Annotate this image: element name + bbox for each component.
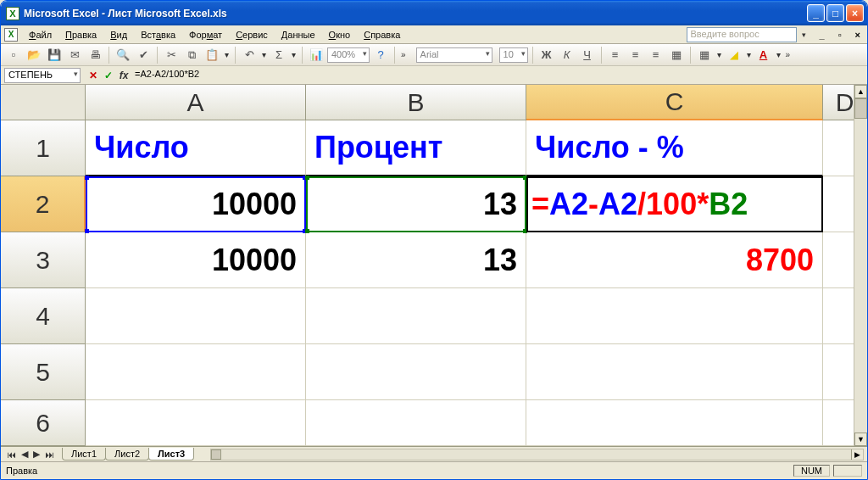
preview-icon[interactable]: 🔍 bbox=[114, 46, 132, 64]
sheet-tab-3[interactable]: Лист3 bbox=[148, 448, 194, 460]
tab-nav-next-icon[interactable]: ▶ bbox=[31, 449, 42, 460]
help-search-input[interactable]: Введите вопрос bbox=[687, 27, 797, 42]
menu-tools[interactable]: Сервис bbox=[230, 28, 274, 42]
formula-cancel-button[interactable]: ✕ bbox=[86, 68, 101, 83]
close-doc-button[interactable]: × bbox=[852, 30, 864, 40]
print-icon[interactable]: 🖶 bbox=[86, 46, 104, 64]
formula-enter-button[interactable]: ✓ bbox=[101, 68, 116, 83]
cell-a5[interactable] bbox=[86, 344, 306, 400]
menu-format[interactable]: Формат bbox=[183, 28, 228, 42]
cell-a6[interactable] bbox=[86, 400, 306, 446]
cell-b2[interactable]: 13 bbox=[306, 176, 526, 232]
cell-a2[interactable]: 10000 bbox=[86, 176, 306, 232]
sheet-tab-2[interactable]: Лист2 bbox=[105, 448, 149, 460]
close-button[interactable]: × bbox=[846, 4, 864, 22]
menu-data[interactable]: Данные bbox=[275, 28, 321, 42]
menu-window[interactable]: Окно bbox=[323, 28, 357, 42]
name-box[interactable]: СТЕПЕНЬ bbox=[4, 68, 81, 83]
fillcolor-icon[interactable]: ◢ bbox=[725, 46, 743, 64]
undo-dropdown-icon[interactable]: ▾ bbox=[260, 50, 268, 59]
cell-c6[interactable] bbox=[526, 400, 823, 446]
align-left-icon[interactable]: ≡ bbox=[606, 46, 625, 64]
cut-icon[interactable]: ✂ bbox=[162, 46, 181, 64]
underline-icon[interactable]: Ч bbox=[578, 46, 597, 64]
minimize-button[interactable]: _ bbox=[807, 4, 825, 22]
help-icon[interactable]: ? bbox=[371, 46, 390, 64]
maximize-button[interactable]: □ bbox=[826, 4, 844, 22]
borders-dropdown-icon[interactable]: ▾ bbox=[715, 50, 723, 59]
merge-icon[interactable]: ▦ bbox=[667, 46, 686, 64]
autosum-dropdown-icon[interactable]: ▾ bbox=[290, 50, 298, 59]
fx-button[interactable]: fx bbox=[116, 68, 131, 83]
menu-insert[interactable]: Вставка bbox=[135, 28, 181, 42]
col-header-a[interactable]: A bbox=[86, 85, 306, 120]
row-header-4[interactable]: 4 bbox=[1, 288, 86, 344]
font-combo[interactable]: Arial bbox=[416, 47, 492, 63]
spellcheck-icon[interactable]: ✔ bbox=[134, 46, 153, 64]
menu-view[interactable]: Вид bbox=[104, 28, 133, 42]
format-overflow-icon[interactable]: » bbox=[784, 50, 793, 59]
restore-doc-button[interactable]: _ bbox=[816, 30, 828, 40]
scroll-down-icon[interactable]: ▼ bbox=[854, 433, 867, 446]
bold-icon[interactable]: Ж bbox=[537, 46, 556, 64]
tab-nav-first-icon[interactable]: ⏮ bbox=[4, 449, 19, 460]
italic-icon[interactable]: К bbox=[558, 46, 576, 64]
worksheet-grid[interactable]: A B C D 1 Число Процент Число - % 2 1000… bbox=[1, 85, 867, 446]
new-icon[interactable]: ▫ bbox=[4, 46, 23, 64]
sheet-tab-1[interactable]: Лист1 bbox=[62, 448, 106, 460]
align-right-icon[interactable]: ≡ bbox=[647, 46, 665, 64]
toolbar-overflow-icon[interactable]: » bbox=[399, 50, 408, 59]
fontcolor-dropdown-icon[interactable]: ▾ bbox=[775, 50, 782, 59]
cell-c5[interactable] bbox=[526, 344, 823, 400]
zoom-combo[interactable]: 400% bbox=[327, 47, 370, 63]
col-header-c[interactable]: C bbox=[526, 85, 823, 120]
cell-a1[interactable]: Число bbox=[86, 120, 306, 176]
scroll-right-icon[interactable]: ▶ bbox=[851, 449, 863, 460]
cell-b1[interactable]: Процент bbox=[306, 120, 526, 176]
cell-a3[interactable]: 10000 bbox=[86, 232, 306, 288]
tab-nav-prev-icon[interactable]: ◀ bbox=[19, 449, 31, 460]
help-dropdown-icon[interactable]: ▾ bbox=[798, 31, 810, 39]
select-all-corner[interactable] bbox=[1, 85, 86, 120]
fontcolor-icon[interactable]: A bbox=[754, 46, 773, 64]
save-icon[interactable]: 💾 bbox=[45, 46, 64, 64]
cell-c3[interactable]: 8700 bbox=[526, 232, 823, 288]
cell-c4[interactable] bbox=[526, 288, 823, 344]
undo-icon[interactable]: ↶ bbox=[240, 46, 259, 64]
align-center-icon[interactable]: ≡ bbox=[626, 46, 645, 64]
cell-b6[interactable] bbox=[306, 400, 526, 446]
vertical-scrollbar[interactable]: ▲ ▼ bbox=[854, 85, 867, 446]
cell-a4[interactable] bbox=[86, 288, 306, 344]
cell-b5[interactable] bbox=[306, 344, 526, 400]
scroll-up-icon[interactable]: ▲ bbox=[854, 85, 867, 98]
cell-b3[interactable]: 13 bbox=[306, 232, 526, 288]
menu-help[interactable]: Справка bbox=[358, 28, 406, 42]
paste-dropdown-icon[interactable]: ▾ bbox=[223, 50, 231, 59]
autosum-icon[interactable]: Σ bbox=[270, 46, 288, 64]
chart-icon[interactable]: 📊 bbox=[307, 46, 326, 64]
menu-file[interactable]: Файл bbox=[23, 28, 58, 42]
cell-c1[interactable]: Число - % bbox=[526, 120, 823, 176]
borders-icon[interactable]: ▦ bbox=[695, 46, 714, 64]
cell-c2[interactable]: =A2-A2/100*B2 bbox=[526, 176, 823, 232]
cell-b4[interactable] bbox=[306, 288, 526, 344]
col-header-b[interactable]: B bbox=[306, 85, 526, 120]
doc-maximize-button[interactable]: ▫ bbox=[835, 30, 845, 40]
row-header-5[interactable]: 5 bbox=[1, 344, 86, 400]
menu-edit[interactable]: Правка bbox=[59, 28, 103, 42]
horizontal-scrollbar[interactable]: ▶ bbox=[210, 449, 864, 460]
open-icon[interactable]: 📂 bbox=[25, 46, 43, 64]
fontsize-combo[interactable]: 10 bbox=[499, 47, 528, 63]
vscroll-thumb[interactable] bbox=[854, 98, 867, 119]
row-header-1[interactable]: 1 bbox=[1, 120, 86, 176]
formula-input[interactable]: =A2-A2/100*B2 bbox=[131, 68, 864, 83]
tab-nav-last-icon[interactable]: ⏭ bbox=[42, 449, 57, 460]
row-header-2[interactable]: 2 bbox=[1, 176, 86, 232]
paste-icon[interactable]: 📋 bbox=[203, 46, 221, 64]
copy-icon[interactable]: ⧉ bbox=[182, 46, 201, 64]
row-header-3[interactable]: 3 bbox=[1, 232, 86, 288]
row-header-6[interactable]: 6 bbox=[1, 400, 86, 446]
fillcolor-dropdown-icon[interactable]: ▾ bbox=[745, 50, 753, 59]
hscroll-thumb[interactable] bbox=[211, 449, 221, 460]
mail-icon[interactable]: ✉ bbox=[65, 46, 84, 64]
